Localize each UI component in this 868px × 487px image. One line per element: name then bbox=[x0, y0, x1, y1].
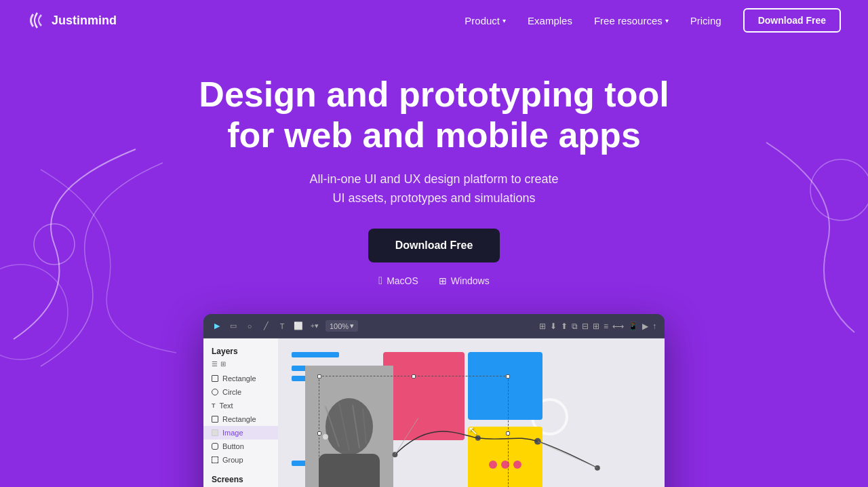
app-window: ▶ ▭ ○ ╱ T ⬜ +▾ 100% ▾ ⊞ ⬇ ⬆ ⧉ ⊟ ⊞ ≡ ⟷ 📱 bbox=[203, 314, 665, 487]
hero-headline: Design and prototyping tool for web and … bbox=[14, 75, 854, 156]
text-tool[interactable]: T bbox=[277, 321, 288, 332]
cursor-icon: ↖ bbox=[468, 423, 478, 438]
layer-image[interactable]: Image bbox=[203, 426, 278, 440]
list-view-icon[interactable]: ☰ bbox=[212, 360, 218, 368]
windows-badge: ⊞ Windows bbox=[439, 275, 490, 286]
grid-icon[interactable]: ⊞ bbox=[539, 322, 546, 331]
nav-link-pricing[interactable]: Pricing bbox=[690, 15, 722, 26]
logo[interactable]: Justinmind bbox=[27, 11, 117, 30]
rectangle-layer-icon bbox=[212, 375, 218, 382]
upload-icon[interactable]: ↑ bbox=[652, 322, 656, 331]
toolbar: ▶ ▭ ○ ╱ T ⬜ +▾ 100% ▾ ⊞ ⬇ ⬆ ⧉ ⊟ ⊞ ≡ ⟷ 📱 bbox=[203, 314, 665, 338]
share-icon[interactable]: ⬆ bbox=[561, 322, 568, 331]
grid-view-icon[interactable]: ⊞ bbox=[220, 360, 226, 368]
button-layer-icon bbox=[212, 443, 218, 450]
canvas[interactable]: ↖ bbox=[278, 338, 665, 487]
image-tool[interactable]: ⬜ bbox=[293, 321, 304, 332]
mobile-icon[interactable]: 📱 bbox=[628, 322, 638, 331]
blue-bar-1 bbox=[292, 352, 339, 357]
app-main: Layers ☰ ⊞ Rectangle Circle T Text bbox=[203, 338, 665, 487]
layers-sidebar: Layers ☰ ⊞ Rectangle Circle T Text bbox=[203, 338, 278, 487]
layers-title: Layers bbox=[203, 344, 278, 359]
group-layer-icon bbox=[212, 456, 218, 463]
layer-button[interactable]: Button bbox=[203, 440, 278, 453]
zoom-control[interactable]: 100% ▾ bbox=[326, 320, 358, 332]
svg-rect-5 bbox=[319, 454, 380, 487]
component-icon[interactable]: ⧉ bbox=[572, 322, 578, 331]
chevron-down-icon: ▾ bbox=[502, 17, 506, 24]
logo-text: Justinmind bbox=[52, 14, 117, 28]
toolbar-actions: ⊞ ⬇ ⬆ ⧉ ⊟ ⊞ ≡ ⟷ 📱 ▶ ↑ bbox=[539, 322, 656, 331]
sidebar-view-icons: ☰ ⊞ bbox=[203, 359, 278, 372]
line-tool[interactable]: ╱ bbox=[260, 321, 271, 332]
apple-icon:  bbox=[378, 275, 382, 287]
logo-icon bbox=[27, 11, 46, 30]
rectangle-layer-icon-2 bbox=[212, 416, 218, 423]
nav-links: Product ▾ Examples Free resources ▾ Pric… bbox=[465, 8, 841, 33]
chevron-down-icon-zoom: ▾ bbox=[350, 322, 354, 330]
pointer-tool[interactable]: ▶ bbox=[212, 321, 222, 332]
yellow-dot-1 bbox=[489, 461, 497, 469]
nav-download-button[interactable]: Download Free bbox=[743, 8, 841, 33]
text-align-icon[interactable]: ≡ bbox=[604, 322, 608, 331]
yellow-dot-2 bbox=[501, 461, 509, 469]
rectangle-tool[interactable]: ▭ bbox=[228, 321, 239, 332]
macos-badge:  MacOS bbox=[378, 275, 418, 287]
layer-group[interactable]: Group bbox=[203, 453, 278, 467]
screens-section: Screens Screen 1 Screen 2 Screen 3 bbox=[203, 472, 278, 487]
screens-title: Screens bbox=[203, 472, 278, 487]
hero-section: Design and prototyping tool for web and … bbox=[0, 41, 868, 307]
add-tool[interactable]: +▾ bbox=[309, 321, 320, 332]
image-layer-icon bbox=[212, 429, 218, 436]
chevron-down-icon-2: ▾ bbox=[665, 17, 669, 24]
text-layer-icon: T bbox=[212, 402, 216, 409]
play-icon[interactable]: ▶ bbox=[642, 322, 648, 331]
app-window-wrapper: ▶ ▭ ○ ╱ T ⬜ +▾ 100% ▾ ⊞ ⬇ ⬆ ⧉ ⊟ ⊞ ≡ ⟷ 📱 bbox=[0, 314, 868, 487]
yellow-rectangle bbox=[468, 427, 542, 487]
yellow-dots bbox=[468, 461, 542, 469]
circle-tool[interactable]: ○ bbox=[244, 321, 255, 332]
nav-link-product[interactable]: Product ▾ bbox=[465, 15, 506, 26]
svg-line-16 bbox=[538, 442, 597, 468]
nav-link-resources[interactable]: Free resources ▾ bbox=[594, 15, 669, 26]
nav-link-examples[interactable]: Examples bbox=[528, 15, 572, 26]
red-rectangle bbox=[383, 352, 465, 440]
svg-point-10 bbox=[323, 434, 328, 440]
align-icon[interactable]: ⊟ bbox=[582, 322, 589, 331]
layer-circle[interactable]: Circle bbox=[203, 385, 278, 399]
portrait-image bbox=[305, 366, 393, 487]
windows-icon: ⊞ bbox=[439, 275, 447, 286]
svg-point-14 bbox=[595, 465, 600, 471]
navbar: Justinmind Product ▾ Examples Free resou… bbox=[0, 0, 868, 41]
distribute-icon[interactable]: ⊞ bbox=[593, 322, 599, 331]
layer-rectangle-1[interactable]: Rectangle bbox=[203, 372, 278, 385]
hero-download-button[interactable]: Download Free bbox=[368, 229, 500, 262]
fit-icon[interactable]: ⟷ bbox=[612, 322, 624, 331]
blue-rectangle bbox=[468, 352, 542, 420]
platform-badges:  MacOS ⊞ Windows bbox=[14, 275, 854, 287]
yellow-dot-3 bbox=[513, 461, 521, 469]
layer-rectangle-2[interactable]: Rectangle bbox=[203, 412, 278, 426]
hero-subtext: All-in-one UI and UX design platform to … bbox=[14, 170, 854, 209]
layer-text[interactable]: T Text bbox=[203, 399, 278, 412]
download-icon[interactable]: ⬇ bbox=[550, 322, 557, 331]
circle-layer-icon bbox=[212, 389, 218, 395]
